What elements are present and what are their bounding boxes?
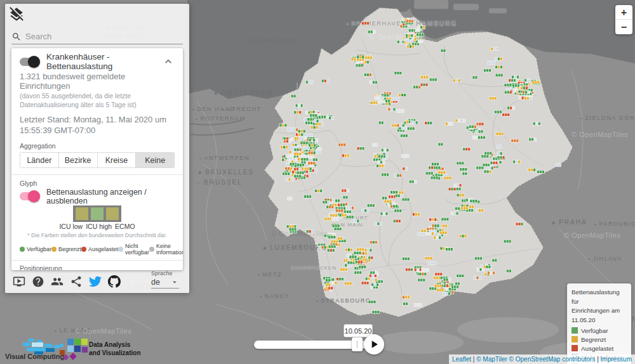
attribution-link[interactable]: © OpenStreetMap contributors — [509, 356, 596, 363]
aggregation-label: Aggregation — [20, 142, 175, 150]
map-tiles-watermark: © OpenMapTiles — [572, 131, 628, 138]
status-legend-item: Verfügbar — [20, 246, 51, 252]
map-city-label: ★BRUXELLES — [197, 169, 254, 176]
team-icon[interactable] — [51, 275, 64, 288]
glyph-toggle-label: Bettenauslastung anzeigen / ausblenden — [46, 188, 175, 205]
share-icon[interactable] — [70, 275, 83, 288]
hospital-layer-card: Krankenhäuser - Bettenauslastung 1.321 b… — [11, 48, 183, 270]
facility-count-text: 1.321 bundesweit gemeldete Einrichtungen — [20, 72, 175, 91]
timeline-play-button[interactable] — [364, 334, 384, 354]
map-city-label: •STRASBOURG — [316, 297, 371, 304]
attribution-link[interactable]: Impressum — [601, 356, 632, 363]
map-city-label: •NANCY — [260, 293, 290, 299]
map-city-label: •BREMERHAVEN — [347, 20, 406, 27]
glyph-cell-labels: ICU lowICU highECMO — [20, 223, 175, 230]
status-legend-item: Keine Information — [149, 243, 183, 256]
positioning-label: Positionierung — [20, 264, 175, 270]
glyph-visibility-toggle[interactable] — [20, 192, 40, 200]
map-city-label: •UTRECHT — [222, 106, 262, 112]
video-tutorial-icon[interactable] — [13, 275, 25, 288]
aggregation-option-keine[interactable]: Keine — [136, 153, 174, 167]
timeline-slider-handle[interactable] — [352, 337, 363, 351]
glyph-cell-label: ICU low — [59, 223, 83, 230]
attribution-separator: | — [595, 356, 600, 363]
glyph-footnote: * Die Farben stellen den bundesweiten Du… — [20, 232, 175, 238]
map-legend-item: Ausgelastet — [572, 345, 627, 352]
aggregation-option-kreise[interactable]: Kreise — [98, 153, 137, 167]
map-tiles-watermark: © OpenMapTiles — [564, 231, 620, 239]
glyph-preview-cell — [91, 207, 104, 220]
layer-card-title: Krankenhäuser - Bettenauslastung — [46, 52, 162, 71]
map-zoom-control: + − — [615, 5, 632, 34]
aggregation-option-länder[interactable]: Länder — [20, 153, 59, 167]
twitter-icon[interactable] — [89, 275, 102, 288]
github-icon[interactable] — [108, 275, 121, 288]
map-city-label: - BRUSSEL — [197, 179, 243, 186]
zoom-in-button[interactable]: + — [615, 5, 632, 20]
search-icon — [11, 32, 22, 42]
glyph-preview-cell — [106, 207, 119, 220]
search-bar — [11, 29, 183, 44]
map-city-label: •ROTTERDAM — [196, 115, 246, 122]
divider — [11, 260, 183, 261]
language-label: Sprache — [151, 270, 179, 276]
app-root: •KINGSTONUPON HULL•LEEUWARDEN•BREMERHAVE… — [0, 0, 635, 364]
map-tiles-watermark: © OpenMapTiles — [75, 327, 131, 335]
layers-clear-icon[interactable] — [8, 6, 25, 23]
glyph-preview-cell — [76, 207, 88, 220]
language-value: de — [151, 278, 160, 287]
timeline-slider-track[interactable] — [254, 341, 366, 349]
map-city-label: ★HAMBURG — [408, 20, 457, 27]
map-legend: Bettenauslastung für Einrichtungen am 11… — [567, 283, 631, 364]
map-city-label: •LEEUWARDEN — [243, 37, 298, 44]
aggregation-group: LänderBezirkeKreiseKeine — [20, 152, 175, 168]
aggregation-option-bezirke[interactable]: Bezirke — [59, 153, 98, 167]
map-city-label: •METZ — [258, 271, 282, 278]
map-city-label: •DEN HAAG — [192, 106, 235, 112]
chevron-up-icon[interactable] — [162, 55, 175, 68]
map-city-label: ★LUXEMBOURG — [262, 244, 328, 251]
map-legend-item: Begrenzt — [572, 336, 627, 343]
dav-logo-icon — [60, 339, 89, 361]
status-legend: VerfügbarBegrenztAusgelastetNicht verfüg… — [20, 243, 175, 256]
search-input[interactable] — [25, 32, 165, 41]
map-city-label: ★PRAHA — [551, 219, 587, 226]
map-tiles-watermark: © OpenMapTiles — [370, 33, 426, 41]
glyph-label: Glyph — [20, 179, 175, 187]
glyph-cell-label: ICU high — [86, 223, 112, 230]
facility-hidden-note: (davon 55 ausgeblendet, da die letzte Da… — [20, 92, 175, 109]
status-legend-item: Ausgelastet — [81, 246, 118, 252]
map-city-label: FRANKFURT — [331, 215, 368, 221]
attribution-link[interactable]: © MapTiler — [476, 356, 507, 363]
map-tiles-watermark: © OpenMapTiles — [271, 230, 328, 237]
glyph-preview — [20, 205, 175, 222]
attribution-separator: | — [471, 356, 476, 363]
panel-footer: Sprache de — [13, 273, 183, 290]
divider — [11, 174, 183, 175]
map-city-label: •LE MANS — [55, 327, 91, 334]
dav-logo-text: Data Analysis and Visualization — [89, 341, 141, 357]
visual-computing-text: Visual Computing — [5, 353, 64, 360]
map-attribution: Leaflet | © MapTiler © OpenStreetMap con… — [449, 354, 635, 364]
map-city-label: AM MAIN — [337, 222, 363, 228]
help-icon[interactable] — [32, 275, 44, 288]
map-city-label: SAARBRÜCKEN — [291, 265, 337, 271]
map-city-label: •ANTWERPEN — [199, 155, 250, 161]
glyph-cell-label: ECMO — [115, 223, 135, 230]
status-legend-item: Begrenzt — [51, 246, 81, 252]
map-city-label: •PARDUBICE — [594, 221, 635, 227]
zoom-out-button[interactable]: − — [615, 20, 632, 34]
attribution-link[interactable]: Leaflet — [452, 356, 471, 363]
map-city-label: •ZIELONA GÓRA — [580, 115, 635, 121]
last-update-text: Letzter Stand: Montag, 11. Mai 2020 um 1… — [20, 115, 175, 136]
dropdown-caret-icon — [170, 278, 179, 287]
status-legend-item: Nicht verfügbar — [118, 243, 149, 256]
map-legend-title-1: Bettenauslastung für — [572, 288, 627, 306]
layer-visibility-toggle[interactable] — [20, 58, 40, 66]
language-select[interactable]: de — [151, 276, 179, 289]
map-legend-item: Verfügbar — [572, 327, 627, 334]
map-city-label: •JIHLAVA — [588, 256, 622, 262]
language-selector: Sprache de — [151, 270, 179, 289]
map-city-label: ★AMSTERDAM — [213, 89, 273, 96]
map-legend-title-2: Einrichtungen am 11.05.20 — [572, 306, 627, 325]
